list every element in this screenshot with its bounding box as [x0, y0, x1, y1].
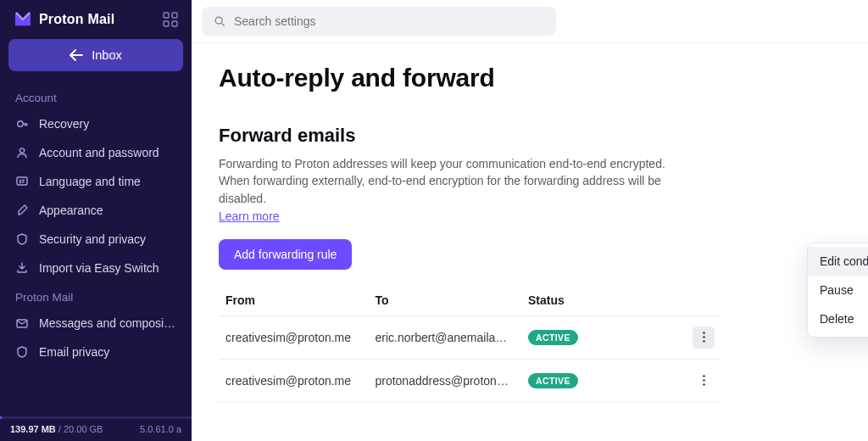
sidebar-item-label: Account and password: [39, 146, 159, 159]
search-icon: [214, 15, 225, 27]
svg-point-5: [19, 148, 24, 153]
sidebar-item-label: Recovery: [39, 117, 89, 131]
storage-bar: [0, 416, 192, 419]
appearance-icon: [15, 204, 29, 217]
sidebar-header: Proton Mail: [0, 0, 192, 36]
sidebar-footer: 139.97 MB / 20.00 GB 5.0.61.0 a: [0, 424, 192, 441]
svg-point-13: [703, 380, 705, 382]
import-icon: [15, 261, 29, 275]
status-badge: ACTIVE: [528, 373, 578, 388]
kebab-icon: [703, 375, 705, 386]
sidebar-section-label: Proton Mail: [0, 282, 192, 309]
cell-from: creativesim@proton.me: [225, 331, 361, 344]
cell-from: creativesim@proton.me: [225, 374, 361, 388]
sidebar-item-label: Import via Easy Switch: [39, 261, 159, 275]
menu-item-pause[interactable]: Pause: [808, 276, 868, 304]
menu-item-edit-conditions[interactable]: Edit conditions: [808, 247, 868, 276]
sidebar-item-label: Appearance: [39, 204, 103, 217]
apps-grid-icon[interactable]: [163, 12, 178, 27]
sidebar-item-label: Language and time: [39, 175, 141, 188]
row-actions-menu: Edit conditions Pause Delete: [807, 243, 868, 338]
kebab-icon: [703, 332, 705, 343]
sidebar: Proton Mail Inbox Account Recovery Accou…: [0, 0, 192, 441]
sidebar-item-email-privacy[interactable]: Email privacy: [0, 338, 192, 366]
status-badge: ACTIVE: [528, 330, 578, 345]
row-actions-button[interactable]: [693, 327, 715, 349]
svg-rect-2: [164, 21, 169, 26]
cell-to: protonaddress@proton.…: [375, 374, 510, 388]
sidebar-item-account[interactable]: Account and password: [0, 138, 192, 167]
sidebar-section-label: Account: [0, 83, 192, 109]
column-actions: [652, 285, 721, 316]
svg-point-8: [215, 17, 222, 24]
sidebar-item-language[interactable]: Language and time: [0, 167, 192, 196]
search-bar-wrap: [192, 0, 868, 42]
inbox-button[interactable]: Inbox: [8, 39, 183, 71]
svg-point-9: [703, 332, 705, 335]
arrow-left-icon: [70, 49, 83, 61]
table-header-row: From To Status: [219, 285, 721, 316]
table-row: creativesim@proton.me eric.norbert@anema…: [219, 315, 721, 359]
column-from: From: [219, 285, 368, 316]
language-icon: [15, 175, 29, 188]
version-text: 5.0.61.0 a: [140, 424, 181, 434]
search-bar[interactable]: [202, 7, 556, 36]
sidebar-item-recovery[interactable]: Recovery: [0, 109, 192, 138]
app-logo[interactable]: Proton Mail: [14, 12, 114, 27]
table-row: creativesim@proton.me protonaddress@prot…: [219, 359, 721, 402]
forward-heading: Forward emails: [219, 125, 841, 147]
inbox-button-label: Inbox: [92, 48, 121, 62]
cell-to: eric.norbert@anemailad…: [375, 331, 510, 344]
sidebar-item-label: Email privacy: [39, 345, 109, 359]
column-to: To: [368, 285, 521, 316]
sidebar-item-security[interactable]: Security and privacy: [0, 225, 192, 254]
sidebar-item-appearance[interactable]: Appearance: [0, 196, 192, 225]
learn-more-link[interactable]: Learn more: [219, 209, 280, 223]
envelope-icon: [15, 316, 29, 330]
storage-text: 139.97 MB / 20.00 GB: [10, 424, 103, 434]
row-actions-button[interactable]: [693, 370, 715, 392]
main-area: Auto-reply and forward Forward emails Fo…: [192, 0, 868, 441]
svg-rect-0: [164, 13, 169, 18]
shield-icon: [15, 345, 29, 359]
svg-point-11: [703, 341, 705, 343]
svg-point-12: [703, 376, 705, 378]
shield-icon: [15, 232, 29, 246]
svg-point-4: [18, 121, 23, 126]
app-name: Proton Mail: [39, 12, 114, 27]
add-forwarding-rule-button[interactable]: Add forwarding rule: [219, 239, 352, 270]
menu-item-delete[interactable]: Delete: [808, 304, 868, 333]
content: Auto-reply and forward Forward emails Fo…: [192, 43, 868, 403]
user-icon: [15, 146, 29, 159]
forward-description: Forwarding to Proton addresses will keep…: [219, 155, 693, 207]
page-title: Auto-reply and forward: [219, 64, 841, 92]
svg-rect-1: [172, 13, 177, 18]
svg-point-10: [703, 337, 705, 339]
recovery-icon: [15, 117, 29, 131]
sidebar-item-label: Security and privacy: [39, 232, 146, 246]
sidebar-item-messages[interactable]: Messages and composi…: [0, 309, 192, 338]
sidebar-item-label: Messages and composi…: [39, 316, 175, 330]
forwarding-table: From To Status creativesim@proton.me eri…: [219, 285, 721, 403]
svg-point-14: [703, 384, 705, 387]
svg-rect-3: [172, 21, 177, 26]
sidebar-item-import[interactable]: Import via Easy Switch: [0, 254, 192, 282]
column-status: Status: [521, 285, 652, 316]
svg-rect-6: [17, 177, 27, 185]
search-input[interactable]: [234, 14, 544, 28]
proton-logo-icon: [14, 12, 32, 27]
